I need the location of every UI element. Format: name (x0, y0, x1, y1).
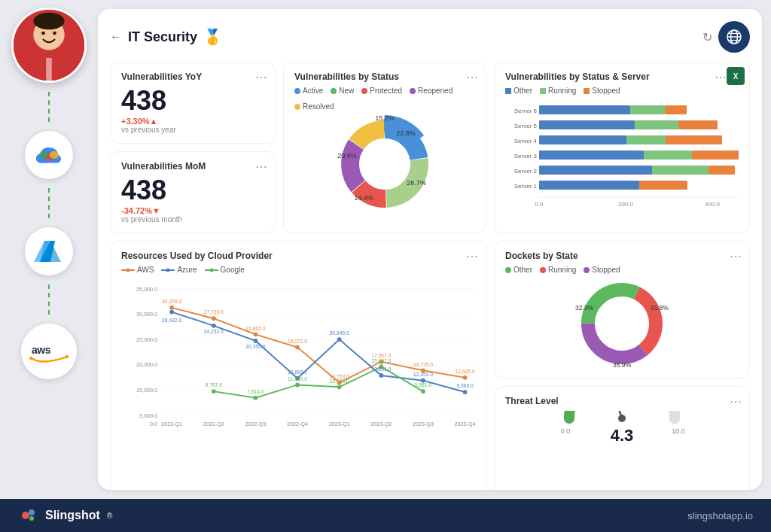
refresh-button[interactable]: ↻ (702, 30, 712, 44)
mom-change: -34.72%▼ (121, 206, 264, 215)
right-column: Dockets by State ⋯ Other Running Stopped (494, 241, 750, 499)
svg-rect-39 (539, 135, 626, 144)
svg-point-73 (169, 306, 174, 310)
mom-subtitle: vs previous month (121, 215, 264, 223)
svg-rect-34 (630, 105, 665, 114)
svg-marker-16 (29, 356, 32, 360)
svg-point-5 (53, 32, 56, 35)
donut-chart-container: 22.8% 26.7% 14.4% 20.9% 15.2% (294, 115, 475, 213)
svg-point-2 (33, 13, 64, 30)
bottom-row: Resources Used by Cloud Provider ⋯ AWS A… (110, 241, 750, 499)
google-cloud-icon[interactable] (25, 131, 73, 179)
vulnerabilities-yoy-widget: Vulnerabilities YoY ⋯ 438 +3.30%▲ vs pre… (110, 62, 276, 144)
svg-text:0.0: 0.0 (150, 421, 157, 427)
metric-column: Vulnerabilities YoY ⋯ 438 +3.30%▲ vs pre… (110, 62, 276, 233)
svg-point-85 (337, 337, 342, 342)
svg-text:14,725.0: 14,725.0 (413, 362, 433, 367)
yoy-more-button[interactable]: ⋯ (255, 70, 267, 84)
svg-text:2022-Q3: 2022-Q3 (245, 421, 266, 427)
yoy-title: Vulnerabilities YoY (121, 71, 264, 82)
svg-rect-48 (539, 181, 639, 190)
svg-text:25,000.0: 25,000.0 (136, 336, 157, 343)
mom-title: Vulnerabilities MoM (121, 161, 264, 172)
dockets-more-button[interactable]: ⋯ (730, 249, 742, 263)
mom-more-button[interactable]: ⋯ (255, 160, 267, 174)
svg-point-75 (254, 332, 258, 336)
globe-button[interactable] (718, 21, 750, 53)
legend-aws: AWS (121, 266, 154, 274)
svg-text:14.4%: 14.4% (354, 194, 373, 202)
sidebar-dashed-line-2 (48, 188, 50, 218)
yoy-change: +3.30%▲ (121, 117, 264, 126)
top-row: Vulnerabilities YoY ⋯ 438 +3.30%▲ vs pre… (110, 62, 750, 233)
svg-text:Server 4: Server 4 (514, 138, 538, 144)
svg-point-9 (50, 151, 59, 159)
svg-text:28,422.0: 28,422.0 (162, 318, 181, 323)
resources-title: Resources Used by Cloud Provider (121, 251, 475, 261)
line-chart-svg: 35,000.0 30,000.0 25,000.0 20,000.0 15,0… (121, 278, 475, 436)
vuln-status-more-button[interactable]: ⋯ (466, 70, 478, 84)
svg-point-134 (618, 415, 626, 422)
svg-point-89 (212, 389, 216, 394)
dashboard-card: ← IT Security 🥇 ↻ (98, 9, 762, 490)
vulnerabilities-mom-widget: Vulnerabilities MoM ⋯ 438 -34.72%▼ vs pr… (110, 151, 276, 233)
svg-rect-38 (678, 120, 718, 129)
legend-reopened: Reopened (410, 87, 453, 95)
svg-text:aws: aws (32, 344, 51, 356)
threat-title: Threat Level (505, 396, 739, 406)
avatar (11, 8, 87, 83)
legend-dockets-stopped: Stopped (584, 266, 620, 274)
svg-text:15,007.0: 15,007.0 (371, 358, 391, 363)
footer-brand: Slingshot ® (18, 505, 112, 526)
svg-text:9,681.0: 9,681.0 (415, 382, 432, 388)
legend-new: New (331, 87, 354, 95)
svg-point-57 (166, 268, 170, 272)
legend-protected: Protected (361, 87, 402, 95)
svg-point-81 (169, 310, 174, 315)
yoy-subtitle: vs previous year (121, 126, 264, 134)
legend-running: Running (540, 87, 576, 95)
svg-text:11,565.0: 11,565.0 (288, 376, 307, 382)
svg-text:Server 3: Server 3 (514, 153, 538, 160)
svg-text:Server 5: Server 5 (514, 123, 538, 129)
svg-point-92 (337, 385, 342, 389)
svg-point-138 (22, 512, 29, 519)
svg-text:19,072.0: 19,072.0 (288, 339, 307, 344)
server-bar-chart: Server 6 Server 5 Server 4 Server 3 Serv… (505, 99, 739, 211)
svg-point-10 (39, 151, 48, 159)
sidebar: aws (0, 0, 98, 499)
svg-rect-42 (539, 150, 644, 160)
excel-export-badge[interactable]: X (727, 67, 745, 85)
footer-url: slingshotapp.io (687, 510, 753, 521)
server-legend: Other Running Stopped (505, 87, 739, 95)
svg-point-88 (463, 390, 468, 394)
aws-icon[interactable]: aws (21, 324, 77, 379)
resources-more-button[interactable]: ⋯ (466, 249, 478, 263)
vuln-status-server-title: Vulnerabilities by Status & Server (505, 71, 739, 82)
svg-text:Server 2: Server 2 (514, 168, 538, 175)
content-area: ← IT Security 🥇 ↻ (98, 0, 771, 499)
svg-point-4 (41, 32, 45, 35)
svg-text:10,763.0: 10,763.0 (330, 378, 349, 384)
svg-text:30,376.0: 30,376.0 (162, 299, 181, 304)
svg-text:5,000.0: 5,000.0 (139, 412, 157, 419)
legend-active: Active (294, 87, 323, 95)
threat-more-button[interactable]: ⋯ (730, 394, 742, 409)
back-button[interactable]: ← (110, 30, 122, 44)
azure-icon[interactable] (25, 227, 73, 275)
svg-point-140 (29, 516, 34, 521)
svg-rect-46 (652, 166, 709, 175)
card-header: ← IT Security 🥇 ↻ (110, 21, 750, 53)
svg-rect-37 (635, 120, 678, 129)
svg-point-82 (212, 324, 216, 328)
legend-dockets-other: Other (505, 266, 532, 274)
svg-text:20,845.0: 20,845.0 (330, 330, 349, 336)
svg-rect-41 (666, 135, 722, 144)
svg-rect-36 (539, 120, 635, 129)
avatar-placeholder (14, 10, 84, 81)
vuln-status-server-more-button[interactable]: ⋯ (715, 70, 727, 84)
threat-gauge-svg: 4.3 0.0 10.0 (547, 411, 697, 499)
dockets-legend: Other Running Stopped (505, 266, 739, 274)
svg-text:20,000.0: 20,000.0 (136, 361, 157, 368)
svg-point-59 (209, 268, 213, 272)
